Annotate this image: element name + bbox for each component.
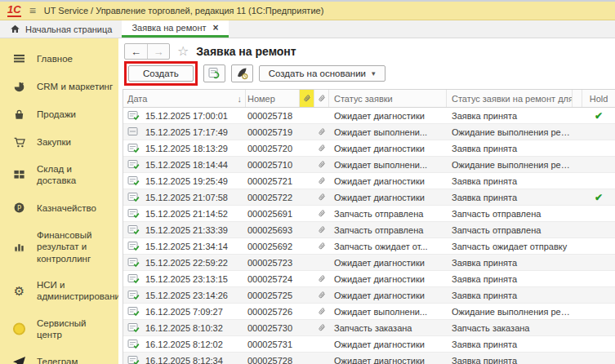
forward-button[interactable]: →	[147, 44, 169, 59]
cell-attachment-1	[300, 255, 314, 270]
cell-date: 16.12.2025 8:12:02	[123, 338, 246, 350]
paperclip-icon	[317, 241, 327, 251]
date-value: 16.12.2025 7:09:27	[145, 307, 223, 317]
posted-doc-icon	[127, 142, 140, 154]
date-value: 15.12.2025 23:13:15	[145, 274, 228, 284]
table-row[interactable]: 15.12.2025 23:13:15000025724Ожидает диаг…	[123, 271, 615, 287]
sidebar-item-label: Финансовый результат и контроллинг	[37, 229, 114, 264]
column-header-date[interactable]: Дата ↓	[123, 90, 246, 107]
table-row[interactable]: 15.12.2025 21:33:39000025693Запчасть отп…	[123, 222, 615, 238]
sidebar-item-crm[interactable]: CRM и маркетинг	[0, 73, 118, 100]
column-header-attachment[interactable]	[314, 90, 329, 107]
cell-date: 15.12.2025 21:34:14	[123, 240, 246, 252]
sidebar-item-warehouse[interactable]: Склад и доставка	[0, 156, 118, 194]
sidebar-item-sales[interactable]: Продажи	[0, 100, 118, 128]
table-row[interactable]: 15.12.2025 22:59:22000025723Ожидает диаг…	[123, 255, 615, 271]
table-row[interactable]: 16.12.2025 8:12:02000025731Ожидает диагн…	[123, 336, 615, 353]
cell-status: Ожидает диагностики	[329, 291, 447, 300]
cell-attachment-1	[300, 189, 314, 205]
gear-icon: ⚙	[12, 284, 26, 297]
cell-date: 15.12.2025 23:13:15	[123, 273, 246, 285]
cell-status-client: Заявка принята	[447, 274, 573, 284]
table-row[interactable]: 15.12.2025 21:07:58000025722Ожидает диаг…	[123, 189, 615, 206]
paperclip-icon	[317, 208, 327, 219]
favorite-star-icon[interactable]: ☆	[177, 45, 189, 58]
cell-attachment-2	[314, 140, 329, 156]
date-value: 15.12.2025 17:00:01	[145, 111, 228, 121]
date-value: 16.12.2025 8:12:34	[145, 356, 223, 364]
sidebar-item-label: Главное	[37, 53, 73, 64]
cell-attachment-2	[314, 238, 329, 254]
column-header-number[interactable]: Номер	[246, 90, 300, 107]
cell-number: 000025718	[246, 111, 300, 121]
create-button[interactable]: Создать	[128, 65, 194, 82]
back-button[interactable]: ←	[125, 44, 147, 59]
table-row[interactable]: 15.12.2025 18:14:44000025710Ожидает выпо…	[123, 157, 615, 173]
cart-icon	[12, 135, 26, 149]
table-row[interactable]: 16.12.2025 7:09:27000025726Ожидает выпол…	[123, 304, 615, 320]
table-row[interactable]: 15.12.2025 17:00:01000025718Ожидает диаг…	[123, 108, 615, 124]
tab-repair-request-label: Заявка на ремонт	[131, 23, 206, 33]
table-row[interactable]: 15.12.2025 21:14:52000025691Запчасть отп…	[123, 206, 615, 222]
column-header-status[interactable]: Статус заявки	[329, 90, 447, 107]
cell-attachment-2	[314, 320, 329, 335]
main-menu-icon[interactable]: ≡	[29, 5, 36, 16]
sidebar-item-finance[interactable]: Финансовый результат и контроллинг	[0, 222, 118, 272]
cell-status: Запчасть отправлена	[329, 225, 447, 235]
list-toolbar: Создать Создать на основании ▾	[123, 62, 615, 89]
table-row[interactable]: 15.12.2025 18:13:29000025720Ожидает диаг…	[123, 140, 615, 157]
cell-status-client: Запчасть заказана	[447, 323, 573, 333]
sidebar-item-nsi[interactable]: ⚙НСИ и администрирование	[0, 272, 118, 310]
date-value: 15.12.2025 21:07:58	[145, 193, 228, 202]
date-value: 15.12.2025 18:13:29	[145, 144, 228, 153]
posted-doc-icon	[127, 354, 140, 364]
cell-number: 000025731	[246, 340, 300, 349]
cell-status-client: Запчасть ожидает отправку	[447, 242, 573, 251]
posted-doc-icon	[127, 191, 140, 203]
sidebar-item-label: Продажи	[37, 109, 76, 120]
cell-attachment-2	[314, 206, 329, 221]
date-value: 15.12.2025 22:59:22	[145, 258, 228, 268]
set-period-button[interactable]	[231, 64, 253, 82]
table-header-row: Дата ↓ Номер Статус заявки Статус заявки…	[123, 90, 615, 108]
sidebar-item-service-center[interactable]: Сервисный центр	[0, 310, 118, 348]
sidebar-item-purchases[interactable]: Закупки	[0, 128, 118, 156]
cell-date: 16.12.2025 8:10:32	[123, 322, 246, 334]
table-row[interactable]: 16.12.2025 8:12:34000025728Ожидает диагн…	[123, 353, 615, 364]
cell-attachment-2	[314, 304, 329, 319]
tab-home-label: Начальная страница	[25, 24, 112, 34]
create-based-on-button[interactable]: Создать на основании ▾	[259, 65, 385, 82]
sidebar-item-main[interactable]: Главное	[0, 45, 118, 73]
column-header-status-client[interactable]: Статус заявки на ремонт для кл...	[447, 90, 573, 107]
cell-status: Ожидает диагностики	[329, 144, 447, 153]
check-icon: ✔	[595, 110, 603, 122]
tab-close-icon[interactable]: ×	[213, 22, 219, 33]
column-header-attachment-highlighted[interactable]	[300, 90, 314, 107]
sidebar-item-treasury[interactable]: РКазначейство	[0, 194, 118, 222]
coin-icon: Р	[12, 202, 26, 215]
cell-status-client: Заявка принята	[447, 176, 573, 186]
column-header-hold[interactable]: Hold	[582, 90, 615, 107]
posted-doc-icon	[127, 207, 140, 220]
table-row[interactable]: 16.12.2025 8:10:32000025730Запчасть зака…	[123, 320, 615, 336]
table-row[interactable]: 15.12.2025 21:34:14000025692Запчасть ожи…	[123, 238, 615, 255]
cell-attachment-2	[314, 271, 329, 286]
tab-repair-request[interactable]: Заявка на ремонт ×	[122, 20, 228, 38]
cell-attachment-2	[314, 336, 329, 352]
copy-document-icon	[207, 67, 221, 80]
date-value: 16.12.2025 8:10:32	[145, 323, 223, 333]
table-row[interactable]: 15.12.2025 17:17:49000025719Ожидает выпо…	[123, 124, 615, 140]
sidebar-item-label: НСИ и администрирование	[37, 279, 118, 303]
cell-attachment-1	[300, 157, 314, 172]
1c-logo[interactable]: 1С	[7, 4, 21, 17]
sidebar-item-label: Сервисный центр	[37, 317, 114, 341]
cell-attachment-1	[300, 320, 314, 335]
sidebar-item-telegram[interactable]: Телеграм	[0, 348, 118, 364]
table-row[interactable]: 15.12.2025 19:25:49000025721Ожидает диаг…	[123, 173, 615, 189]
tab-home[interactable]: Начальная страница	[0, 20, 122, 38]
copy-item-button[interactable]	[203, 64, 225, 82]
sidebar-item-label: Склад и доставка	[37, 163, 114, 187]
table-row[interactable]: 15.12.2025 23:14:26000025725Ожидает диаг…	[123, 287, 615, 304]
unposted-doc-icon	[127, 126, 140, 138]
cell-attachment-1	[300, 287, 314, 303]
